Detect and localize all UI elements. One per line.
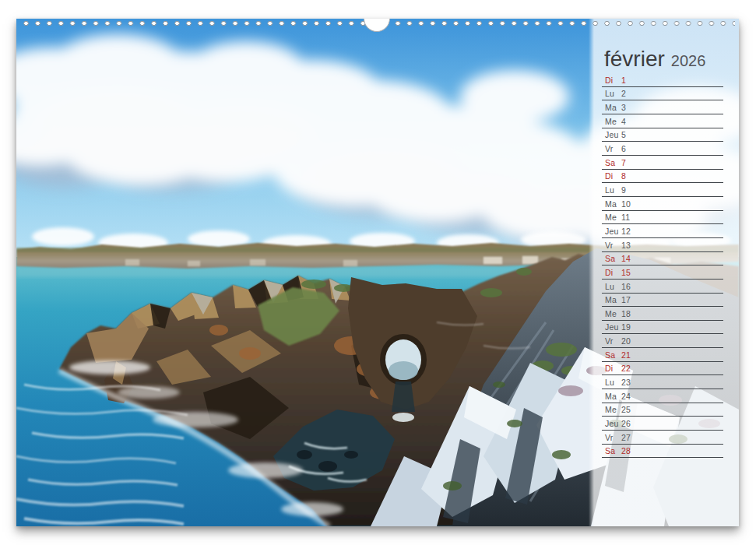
date-row: Lu16 (602, 280, 723, 294)
day-number: 22 (621, 364, 631, 373)
day-number: 11 (621, 213, 630, 222)
day-number: 4 (621, 117, 626, 126)
day-number: 28 (621, 446, 631, 455)
day-label: Ma (605, 392, 621, 401)
day-number: 5 (621, 130, 626, 139)
day-label: Vr (605, 144, 621, 153)
calendar-page-mockup: février 2026 Di1Lu2Ma3Me4Jeu5Vr6Sa7Di8Lu… (0, 0, 756, 545)
date-row: Ma24 (602, 389, 723, 403)
date-row: Ma3 (602, 100, 723, 114)
date-row: Lu23 (602, 375, 723, 389)
day-label: Di (605, 76, 621, 85)
day-label: Me (605, 213, 621, 222)
day-label: Ma (605, 103, 621, 112)
day-label: Lu (605, 378, 621, 387)
day-number: 17 (621, 295, 631, 304)
date-row: Lu9 (602, 183, 723, 197)
day-label: Sa (605, 350, 621, 360)
day-label: Sa (605, 446, 621, 455)
day-number: 24 (621, 392, 631, 401)
day-label: Me (605, 117, 621, 126)
date-row: Vr27 (602, 431, 723, 445)
day-number: 3 (621, 103, 626, 112)
date-row: Di22 (602, 362, 723, 376)
date-row: Jeu12 (602, 224, 723, 238)
date-row: Di15 (602, 265, 723, 280)
day-label: Jeu (605, 227, 621, 236)
year-label: 2026 (671, 52, 706, 70)
date-row: Vr13 (602, 238, 723, 252)
day-number: 7 (621, 158, 626, 167)
day-number: 27 (621, 433, 631, 442)
day-number: 10 (621, 199, 631, 209)
day-label: Lu (605, 185, 621, 195)
date-row: Jeu19 (602, 321, 723, 335)
day-label: Vr (605, 241, 621, 250)
day-number: 8 (621, 171, 626, 181)
day-label: Vr (605, 336, 621, 346)
date-row: Ma10 (602, 197, 723, 211)
date-row: Lu2 (602, 87, 723, 101)
day-label: Jeu (605, 419, 621, 428)
date-row: Jeu5 (602, 128, 723, 142)
date-row: Vr6 (602, 142, 723, 156)
calendar-panel: février 2026 Di1Lu2Ma3Me4Jeu5Vr6Sa7Di8Lu… (589, 19, 739, 526)
day-number: 15 (621, 268, 631, 277)
day-number: 19 (621, 322, 631, 332)
day-number: 25 (621, 405, 631, 414)
day-label: Me (605, 309, 621, 318)
day-number: 23 (621, 378, 631, 387)
day-number: 13 (621, 241, 631, 250)
month-title-block: février 2026 (604, 47, 705, 72)
day-number: 1 (621, 76, 626, 85)
date-row: Vr20 (602, 334, 723, 348)
day-label: Di (605, 364, 621, 373)
date-row: Ma17 (602, 294, 723, 308)
month-title: février (604, 47, 665, 72)
date-row: Di1 (602, 73, 723, 87)
date-rows: Di1Lu2Ma3Me4Jeu5Vr6Sa7Di8Lu9Ma10Me11Jeu1… (602, 73, 723, 458)
day-label: Jeu (605, 130, 621, 139)
day-label: Di (605, 268, 621, 277)
day-label: Ma (605, 199, 621, 209)
calendar-page: février 2026 Di1Lu2Ma3Me4Jeu5Vr6Sa7Di8Lu… (16, 19, 739, 526)
date-row: Sa7 (602, 156, 723, 170)
day-label: Sa (605, 254, 621, 263)
day-number: 20 (621, 336, 631, 346)
day-label: Lu (605, 89, 621, 98)
date-row: Me25 (602, 403, 723, 417)
day-label: Vr (605, 433, 621, 442)
date-row: Me18 (602, 307, 723, 321)
day-label: Di (605, 171, 621, 181)
date-row: Sa21 (602, 348, 723, 362)
date-row: Sa14 (602, 252, 723, 266)
day-number: 14 (621, 254, 631, 263)
day-number: 26 (621, 419, 631, 428)
date-row: Me11 (602, 211, 723, 225)
day-label: Jeu (605, 322, 621, 332)
date-row: Sa28 (602, 445, 723, 459)
day-number: 16 (621, 282, 631, 291)
day-label: Sa (605, 158, 621, 167)
date-row: Di8 (602, 170, 723, 184)
day-label: Ma (605, 295, 621, 304)
day-number: 12 (621, 227, 631, 236)
date-row: Jeu26 (602, 417, 723, 431)
day-label: Lu (605, 282, 621, 291)
day-number: 2 (621, 89, 626, 98)
day-label: Me (605, 405, 621, 414)
day-number: 21 (621, 350, 631, 360)
day-number: 6 (621, 144, 626, 153)
day-number: 18 (621, 309, 631, 318)
day-number: 9 (621, 185, 626, 195)
date-row: Me4 (602, 114, 723, 128)
